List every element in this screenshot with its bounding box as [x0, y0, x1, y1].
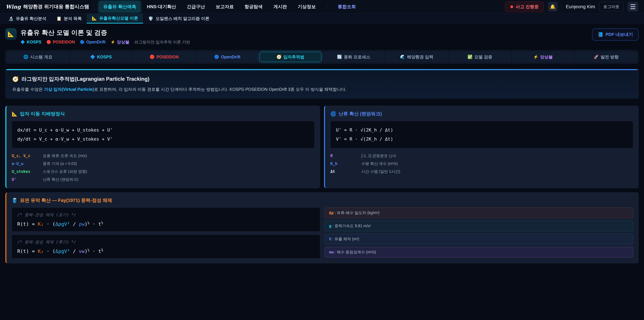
- model-badge-row: 🔷 KOSPS 🔴 POSEIDON 🔵 OpenDrift ⚡ 앙상블 라그랑…: [20, 39, 190, 45]
- badge-label: OpenDrift: [86, 40, 106, 45]
- random-walk-code: U' = R · √(2K_h / Δt) V' = R · √(2K_h / …: [330, 121, 633, 148]
- nav-item-reports[interactable]: 보고자료: [211, 1, 238, 13]
- tab-weathering-process[interactable]: 🔄 풍화 프로세스: [323, 52, 384, 62]
- badge-opendrift: 🔵 OpenDrift: [80, 40, 106, 45]
- app-title: 해양환경 위기대응 통합시스템: [23, 3, 89, 10]
- badge-label: POSEIDON: [53, 40, 75, 45]
- badge-label: KOSPS: [27, 40, 42, 45]
- legend-row: K_h 수평 확산 계수 (m²/s): [330, 160, 633, 168]
- user-name: Eunjeong Kim: [566, 4, 595, 10]
- variable-symbol: V: [329, 237, 332, 241]
- subtab-spill-analysis[interactable]: 🔬 유출유 확산분석: [3, 14, 51, 24]
- pdf-export-button[interactable]: 📘 PDF 내보내기: [592, 28, 639, 41]
- subtab-oil-fence-theory[interactable]: 🛡️ 오일펜스 배치 알고리즘 이론: [143, 14, 214, 24]
- legend-description: 표층 해류·조류 속도 (m/s): [43, 153, 87, 158]
- subtab-label: 유출유 확산분석: [16, 16, 46, 21]
- legend-symbol: U': [12, 177, 43, 182]
- pdf-export-icon: 📘: [598, 32, 603, 37]
- nav-item-weather-info[interactable]: 기상정보: [293, 1, 320, 13]
- eq-part: R(t) =: [17, 248, 38, 254]
- fay-spreading-card: 🛢️ 표면 유막 확산 — Fay(1971) 중력-점성 체제 /* 중력-관…: [5, 192, 639, 263]
- hamburger-bar: [630, 4, 636, 5]
- tab-label: 해양환경 입력: [407, 54, 433, 60]
- tab-ensemble[interactable]: ⚡ 앙상블: [512, 52, 574, 62]
- hamburger-menu-button[interactable]: [628, 2, 638, 12]
- tab-label: OpenDrift: [221, 55, 240, 59]
- eq-part: · t: [90, 221, 101, 227]
- tab-future-direction[interactable]: 🚀 발전 방향: [576, 52, 637, 62]
- tab-model-validation[interactable]: ✅ 모델 검증: [449, 52, 511, 62]
- subtab-analysis-list[interactable]: 📋 분석 목록: [51, 14, 87, 24]
- variable-symbol: g: [329, 224, 332, 228]
- legend-row: U_c, V_c 표층 해류·조류 속도 (m/s): [12, 152, 314, 160]
- banner-body: 🧭 라그랑지안 입자추적법(Lagrangian Particle Tracki…: [6, 70, 638, 99]
- legend-symbol: U_stokes: [12, 169, 43, 174]
- eq-numerator: ΔρgV²: [55, 221, 70, 227]
- nav-item-emergency-rescue[interactable]: 긴급구난: [182, 1, 210, 13]
- eq-exponent: ⅙: [88, 248, 90, 252]
- nav-item-integrated-search[interactable]: 통합조회: [333, 1, 360, 13]
- legend-row: U' 난류 확산 (랜덤워크): [12, 176, 314, 183]
- nav-item-aerial-search[interactable]: 항공탐색: [240, 1, 267, 13]
- tab-marine-environment-input[interactable]: 🌊 해양환경 입력: [386, 52, 448, 62]
- logout-button[interactable]: 로그아웃: [599, 2, 624, 12]
- globe-icon: 🌐: [23, 55, 28, 59]
- oil-drum-icon: 🛢️: [12, 198, 18, 203]
- fay-card-title-row: 🛢️ 표면 유막 확산 — Fay(1971) 중력-점성 체제: [12, 197, 633, 204]
- governing-card-title: 입자 이동 지배방정식: [20, 111, 65, 117]
- badge-label: 앙상블: [117, 39, 130, 45]
- equation-line: V' = R · √(2K_h / Δt): [336, 135, 628, 144]
- tab-kosps[interactable]: 🔷 KOSPS: [70, 52, 132, 62]
- equation-cards-row: 📐 입자 이동 지배방정식 dx/dt = U_c + α·U_w + U_st…: [5, 106, 639, 188]
- section-tab-bar: 🌐 시스템 개요 🔷 KOSPS 🔴 POSEIDON 🔵 OpenDrift …: [5, 50, 639, 64]
- tab-system-overview[interactable]: 🌐 시스템 개요: [7, 52, 69, 62]
- nav-item-board[interactable]: 게시판: [269, 1, 292, 13]
- variable-row-viscosity: νw : 해수 동점성계수 (m²/s): [325, 247, 633, 257]
- subtab-label: 분석 목록: [64, 16, 82, 21]
- variable-row-volume: V : 유출 체적 (m³): [325, 234, 633, 244]
- main-menu: 유출유 확산예측 HNS·대기확산 긴급구난 보고자료 항공탐색 게시판 기상정…: [98, 1, 360, 13]
- nav-item-oil-spill-prediction[interactable]: 유출유 확산예측: [98, 1, 141, 13]
- page-icon-box: 📐: [5, 28, 16, 40]
- random-walk-card: 🌀 난류 확산 (랜덤워크) U' = R · √(2K_h / Δt) V' …: [324, 106, 639, 188]
- variable-row-gravity: g : 중력가속도 9.81 m/s²: [325, 221, 633, 231]
- lagrangian-banner: 🧭 라그랑지안 입자추적법(Lagrangian Particle Tracki…: [5, 69, 639, 99]
- eq-numerator: ΔρgV²: [55, 248, 70, 254]
- eq-part: R(t) =: [17, 221, 38, 227]
- clipboard-icon: 📋: [56, 16, 62, 21]
- subtab-label: 유출유확산모델 이론: [99, 16, 138, 21]
- red-circle-icon: 🔴: [46, 40, 51, 44]
- tab-particle-tracking[interactable]: 🧭 입자추적법: [260, 52, 321, 62]
- variable-description: : 유류-해수 밀도차 (kg/m³): [334, 211, 379, 215]
- nav-item-hns-diffusion[interactable]: HNS·대기확산: [142, 1, 180, 13]
- banner-title-row: 🧭 라그랑지안 입자추적법(Lagrangian Particle Tracki…: [12, 76, 632, 83]
- variable-description: : 유출 체적 (m³): [331, 237, 359, 241]
- incident-label: 사고 진행중: [516, 4, 538, 10]
- subtab-diffusion-model-theory[interactable]: 📐 유출유확산모델 이론: [87, 14, 143, 24]
- logo-wing-icon: Wing: [6, 4, 21, 10]
- tab-opendrift[interactable]: 🔵 OpenDrift: [196, 52, 258, 62]
- eq-denominator: νw: [79, 248, 85, 254]
- fay-equation-initial: R(t) = K₁ · (ΔρgV² / ρw)¼ · t½: [17, 221, 314, 227]
- notification-button[interactable]: 🔔: [548, 2, 558, 12]
- eq-part: /: [70, 221, 79, 227]
- badge-ensemble: ⚡ 앙상블: [110, 39, 129, 45]
- spiral-icon: 🌀: [330, 111, 336, 117]
- tab-poseidon[interactable]: 🔴 POSEIDON: [133, 52, 195, 62]
- app-logo: Wing 해양환경 위기대응 통합시스템: [6, 3, 89, 10]
- page-header-text: 유출유 확산 모델 이론 및 검증 🔷 KOSPS 🔴 POSEIDON 🔵 O…: [20, 28, 190, 45]
- fay-card-grid: /* 중력-관성 체제 (초기) */ R(t) = K₁ · (ΔρgV² /…: [12, 208, 633, 258]
- variable-symbol: νw: [329, 250, 334, 254]
- shield-icon: 🛡️: [148, 16, 153, 21]
- code-comment: /* 중력-관성 체제 (초기) */: [17, 212, 314, 217]
- tab-label: 발전 방향: [600, 54, 618, 60]
- eq-exponent: ¾: [101, 248, 103, 252]
- legend-symbol: Δt: [330, 169, 362, 174]
- banner-title: 라그랑지안 입자추적법(Lagrangian Particle Tracking…: [22, 76, 150, 83]
- legend-description: 풍류 기여 (α ≈ 0.03): [43, 161, 77, 166]
- page-title: 유출유 확산 모델 이론 및 검증: [20, 28, 190, 37]
- bell-icon: 🔔: [550, 4, 556, 10]
- compass-icon: 🧭: [12, 76, 19, 82]
- tab-label: KOSPS: [97, 55, 112, 59]
- page-content: 📐 유출유 확산 모델 이론 및 검증 🔷 KOSPS 🔴 POSEIDON 🔵…: [0, 24, 644, 268]
